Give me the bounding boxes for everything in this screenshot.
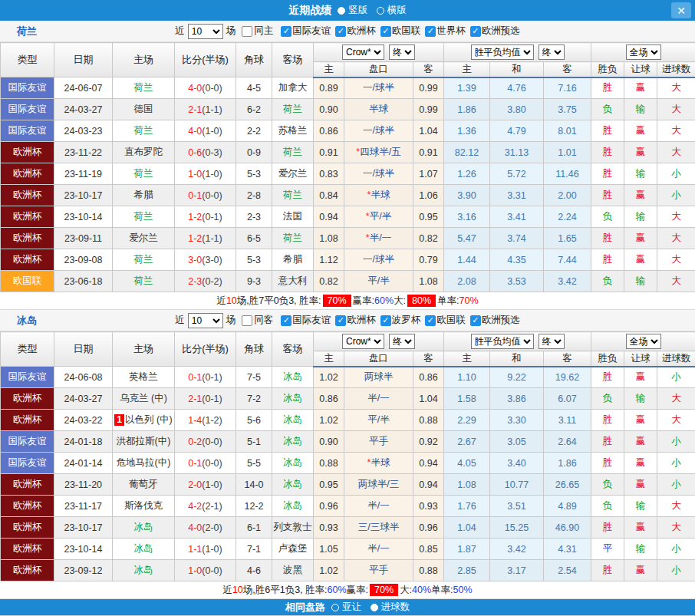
col-handicap-result: 输: [624, 99, 657, 120]
col-avg-win: 1.10: [444, 367, 490, 388]
league-filter-label: 欧洲杯: [347, 314, 376, 327]
col-score: 2-0(1-0): [175, 474, 236, 496]
col-handicap: 半/一: [344, 388, 413, 410]
col-avg-draw: 4.79: [490, 120, 544, 142]
league-filter-checkbox[interactable]: 欧洲预选: [470, 25, 520, 38]
col-result: 胜: [591, 77, 624, 99]
col-avg-lose: 1.86: [544, 453, 591, 474]
col-avg-draw: 3.41: [490, 206, 544, 228]
layout-radio-option[interactable]: 横版: [377, 4, 407, 17]
col-result: 胜: [591, 517, 624, 539]
col-handicap-home-odds: 0.82: [314, 271, 344, 292]
recent-results-dialog: 近期战绩 竖版 横版 ✕ 荷兰 近 10 场 同主 国际友谊: [0, 0, 695, 616]
avg-source-select[interactable]: 胜平负均值: [471, 44, 534, 60]
compare-radio-option[interactable]: 亚让: [331, 601, 361, 614]
col-handicap: 平手: [344, 560, 413, 581]
scope-select[interactable]: 全场: [626, 334, 661, 349]
league-filter-checkbox[interactable]: 波罗杯: [380, 314, 421, 327]
odds-source-select[interactable]: Crow*: [342, 44, 384, 60]
sub-column-header: 主: [314, 62, 344, 77]
final-select[interactable]: 终: [539, 334, 565, 349]
col-handicap-away-odds: 0.88: [413, 410, 444, 431]
col-handicap-home-odds: 0.91: [314, 142, 344, 163]
col-away-team: 希腊: [272, 249, 314, 271]
col-date: 24-01-18: [54, 431, 113, 453]
avg-source-select[interactable]: 胜平负均值: [471, 334, 534, 349]
col-goals-result: 小: [657, 453, 695, 474]
col-handicap-home-odds: 0.90: [314, 99, 344, 120]
final-select[interactable]: 终: [389, 334, 415, 349]
sub-column-header: 主: [444, 351, 490, 367]
odds-source-select[interactable]: Crow*: [342, 334, 384, 349]
sub-column-header: 让球: [624, 351, 657, 367]
radio-icon: [331, 604, 339, 611]
col-away-team: 冰岛: [272, 453, 314, 474]
sub-column-header: 客: [544, 62, 591, 77]
league-filter-label: 国际友谊: [292, 25, 331, 38]
col-competition: 欧洲杯: [1, 163, 54, 185]
sub-column-header: 和: [490, 62, 544, 77]
close-button[interactable]: ✕: [671, 2, 691, 18]
col-date: 23-10-17: [54, 517, 113, 539]
league-filter-checkbox[interactable]: 欧洲杯: [335, 25, 376, 38]
col-goals-result: 大: [657, 228, 695, 249]
layout-radio-selected[interactable]: 竖版: [338, 4, 367, 17]
sub-column-header: 进球数: [657, 62, 695, 77]
same-venue-filter[interactable]: 同客: [242, 314, 273, 327]
col-home-team: 危地马拉(中): [113, 453, 175, 474]
col-handicap-result: 赢: [624, 410, 657, 431]
col-result: 平: [591, 539, 624, 560]
league-filter-checkbox[interactable]: 欧国联: [425, 314, 466, 327]
final-select[interactable]: 终: [539, 44, 565, 60]
team-section: 冰岛 近 10 场 同客 国际友谊 欧洲杯 波罗杯 欧国联 欧洲预选: [0, 310, 695, 599]
col-score: 1-0(1-0): [175, 163, 236, 185]
radio-icon: [338, 7, 345, 15]
final-select[interactable]: 终: [389, 44, 415, 60]
col-goals-result: 大: [657, 142, 695, 163]
team-name: 冰岛: [17, 314, 37, 328]
col-score: 4-0(1-0): [175, 120, 236, 142]
col-date: 24-03-27: [54, 99, 113, 120]
sub-column-header: 进球数: [657, 351, 695, 367]
col-avg-draw: 31.13: [490, 142, 544, 163]
col-avg-win: 3.90: [444, 185, 490, 206]
col-corners: 14-0: [236, 474, 272, 496]
col-handicap-away-odds: 0.99: [413, 99, 444, 120]
col-handicap-result: 输: [624, 539, 657, 560]
col-result: 胜: [591, 185, 624, 206]
col-date: 23-11-17: [54, 496, 113, 517]
match-count-select[interactable]: 10: [188, 313, 223, 328]
col-handicap-away-odds: 1.08: [413, 271, 444, 292]
same-venue-filter[interactable]: 同主: [242, 25, 273, 38]
col-result: 胜: [591, 249, 624, 271]
col-score: 2-1(0-1): [175, 388, 236, 410]
league-filter-checkbox[interactable]: 世界杯: [425, 25, 466, 38]
radio-icon: [377, 7, 384, 15]
league-filter-checkbox[interactable]: 欧洲杯: [335, 314, 376, 327]
col-date: 23-11-22: [54, 142, 113, 163]
radio-label: 进球数: [381, 601, 410, 614]
league-filter-checkbox[interactable]: 国际友谊: [281, 314, 331, 327]
col-corners: 2-8: [236, 185, 272, 206]
col-avg-win: 1.44: [444, 249, 490, 271]
compare-radio-selected[interactable]: 进球数: [371, 601, 410, 614]
league-filters: 国际友谊 欧洲杯 欧国联 世界杯 欧洲预选: [276, 25, 520, 38]
col-date: 24-03-27: [54, 388, 113, 410]
match-row: 欧洲杯23-10-14荷兰1-2(0-1)2-3法国0.94*平/半0.953.…: [1, 206, 695, 228]
scope-select[interactable]: 全场: [626, 44, 661, 60]
column-header: 主场: [113, 332, 175, 367]
col-handicap-result: 输: [624, 388, 657, 410]
col-competition: 国际友谊: [1, 453, 54, 474]
league-filter-checkbox[interactable]: 欧洲预选: [470, 314, 520, 327]
col-avg-lose: 1.65: [544, 228, 591, 249]
col-handicap-away-odds: 0.86: [413, 367, 444, 388]
col-date: 24-01-14: [54, 453, 113, 474]
league-filter-label: 欧洲预选: [482, 25, 520, 38]
sub-column-header: 主: [444, 62, 490, 77]
match-count-select[interactable]: 10: [188, 24, 223, 39]
col-goals-result: 大: [657, 496, 695, 517]
league-filter-checkbox[interactable]: 欧国联: [380, 25, 421, 38]
col-handicap-result: 赢: [624, 77, 657, 99]
league-filter-checkbox[interactable]: 国际友谊: [281, 25, 331, 38]
column-header: 主场: [113, 43, 175, 77]
